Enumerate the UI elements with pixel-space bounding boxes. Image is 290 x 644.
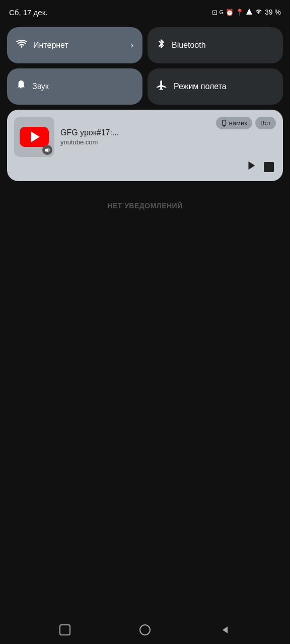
battery-indicator: 39 %: [265, 8, 281, 16]
media-thumbnail: [14, 117, 54, 157]
qs-row-2: Звук Режим полета: [7, 68, 283, 105]
youtube-logo: [20, 127, 49, 147]
sound-label: Звук: [32, 82, 49, 91]
back-icon: [220, 624, 231, 635]
media-device-button-1[interactable]: намик: [216, 117, 252, 129]
location-icon: 📍: [236, 9, 244, 16]
volume-badge-icon: [42, 145, 52, 155]
bluetooth-label: Bluetooth: [172, 41, 206, 50]
svg-marker-0: [246, 9, 252, 15]
qs-tile-bluetooth[interactable]: Bluetooth: [148, 27, 283, 63]
status-bar: Сб, 17 дек. ⊡ G ⏰ 📍 39 %: [0, 0, 290, 22]
bell-icon: [16, 79, 26, 94]
media-play-button[interactable]: [246, 160, 257, 174]
svg-marker-6: [223, 626, 228, 633]
media-player-card: GFG урок#17:... youtube.com намик Вст: [7, 110, 283, 181]
gpay-icon: G: [220, 9, 224, 15]
nav-bar: [0, 616, 290, 644]
media-title: GFG урок#17:...: [60, 128, 210, 137]
home-button[interactable]: [135, 620, 155, 639]
quick-settings-panel: Интернет › Bluetooth Звук: [0, 22, 290, 105]
back-button[interactable]: [215, 620, 235, 639]
media-device-buttons: намик Вст: [216, 117, 276, 129]
svg-rect-3: [223, 125, 225, 126]
qs-tile-sound[interactable]: Звук: [7, 68, 142, 105]
home-icon: [139, 624, 151, 635]
wifi-status-icon: [255, 9, 263, 16]
recents-icon: [59, 624, 70, 635]
airplane-label: Режим полета: [174, 82, 227, 91]
wifi-icon: [16, 39, 27, 52]
svg-rect-2: [222, 120, 226, 125]
internet-arrow-icon: ›: [131, 41, 133, 50]
media-controls: [14, 160, 276, 174]
internet-label: Интернет: [33, 41, 68, 50]
media-stop-button[interactable]: [264, 162, 274, 172]
media-device-button-2[interactable]: Вст: [255, 117, 276, 129]
svg-marker-1: [45, 147, 48, 152]
qs-row-1: Интернет › Bluetooth: [7, 27, 283, 63]
recents-button[interactable]: [55, 620, 75, 639]
qs-tile-airplane[interactable]: Режим полета: [148, 68, 283, 105]
qs-tile-internet[interactable]: Интернет ›: [7, 27, 142, 63]
device-btn-1-label: намик: [229, 119, 247, 127]
signal-icon: [246, 8, 253, 17]
airplane-icon: [157, 79, 168, 94]
media-source: youtube.com: [60, 138, 210, 146]
no-notifications-area: НЕТ УВЕДОМЛЕНИЙ: [0, 193, 290, 218]
status-icons: ⊡ G ⏰ 📍 39 %: [212, 8, 281, 17]
youtube-play-icon: [31, 131, 40, 142]
bluetooth-icon: [157, 38, 166, 52]
screenshot-icon: ⊡: [212, 9, 218, 16]
media-top-row: GFG урок#17:... youtube.com намик Вст: [14, 117, 276, 157]
media-info: GFG урок#17:... youtube.com: [60, 128, 210, 146]
status-datetime: Сб, 17 дек.: [9, 8, 47, 17]
no-notifications-text: НЕТ УВЕДОМЛЕНИЙ: [107, 202, 182, 210]
alarm-icon: ⏰: [226, 9, 234, 16]
svg-marker-5: [249, 162, 255, 170]
device-btn-2-label: Вст: [260, 119, 271, 127]
